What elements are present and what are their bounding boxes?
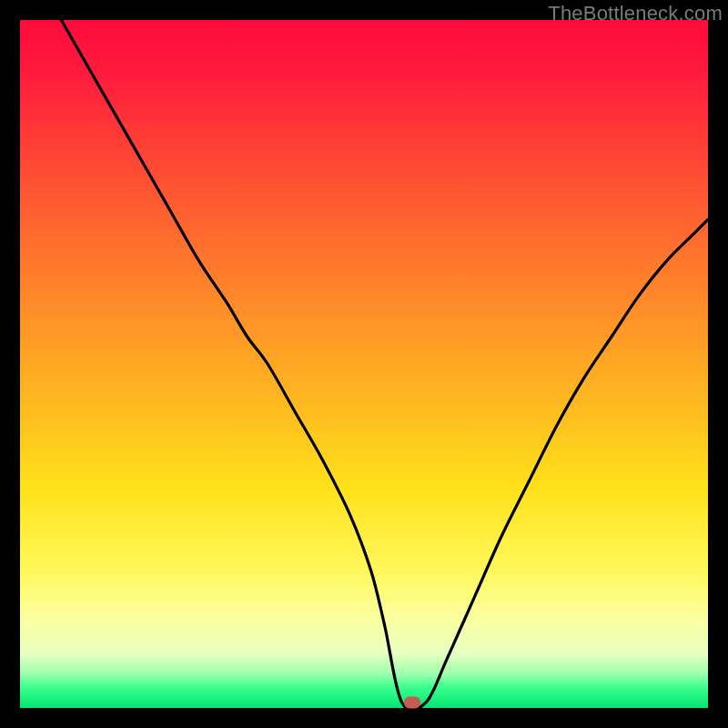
bottleneck-curve: [20, 20, 708, 708]
optimum-marker: [404, 696, 420, 708]
watermark-text: TheBottleneck.com: [548, 2, 723, 25]
plot-area: [20, 20, 708, 708]
chart-frame: TheBottleneck.com: [0, 0, 728, 728]
